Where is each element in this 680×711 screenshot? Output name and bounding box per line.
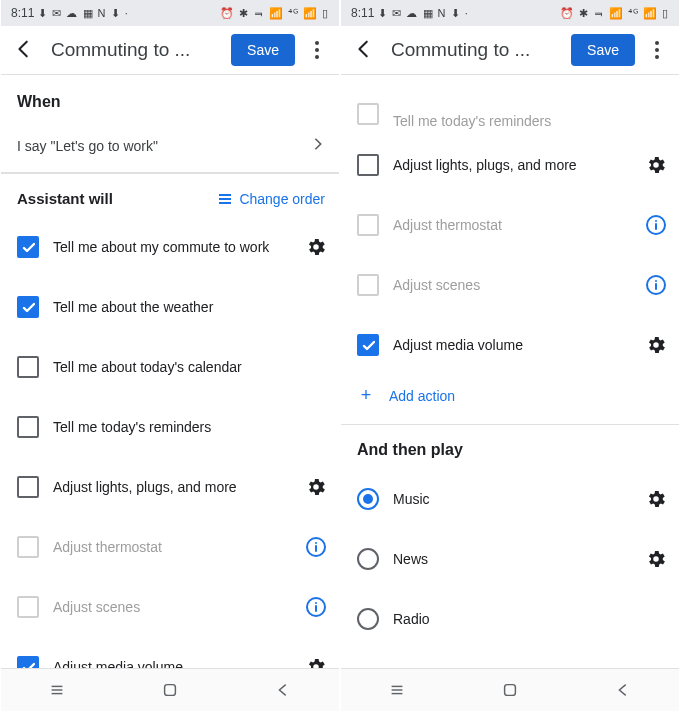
nav-back[interactable] [269, 676, 297, 704]
save-button[interactable]: Save [571, 34, 635, 66]
checkbox-icon[interactable] [357, 334, 379, 356]
action-label: Adjust thermostat [53, 539, 291, 555]
info-icon[interactable] [305, 536, 327, 558]
action-row: Tell me today's reminders [1, 397, 339, 457]
play-option-row: Radio [341, 589, 679, 649]
action-row: Adjust thermostat [341, 195, 679, 255]
checkbox-icon[interactable] [357, 274, 379, 296]
action-row-cut: Tell me today's reminders [341, 75, 679, 135]
android-navbar [1, 668, 339, 711]
info-icon[interactable] [305, 596, 327, 618]
checkbox-icon[interactable] [17, 596, 39, 618]
overflow-menu[interactable] [305, 35, 329, 65]
action-row: Adjust lights, plugs, and more [341, 135, 679, 195]
action-row: Tell me about today's calendar [1, 337, 339, 397]
play-option-label: Music [393, 491, 631, 507]
status-time: 8:11 [351, 6, 374, 20]
status-right-icons: ⏰ ✱ ⫬ 📶 ⁴ᴳ 📶 ▯ [220, 7, 329, 20]
play-option-row: Music [341, 469, 679, 529]
action-label: Tell me today's reminders [53, 419, 327, 435]
page-title: Commuting to ... [51, 39, 221, 61]
status-time: 8:11 [11, 6, 34, 20]
back-button[interactable] [347, 32, 381, 69]
action-label: Tell me about today's calendar [53, 359, 327, 375]
assistant-will-title: Assistant will [17, 190, 113, 207]
trigger-phrase-text: I say "Let's go to work" [17, 138, 158, 154]
status-left-icons: ⬇ ✉ ☁ ▦ N ⬇ · [38, 6, 128, 20]
action-label: Adjust scenes [53, 599, 291, 615]
overflow-menu[interactable] [645, 35, 669, 65]
checkbox-icon[interactable] [17, 476, 39, 498]
status-left-icons: ⬇ ✉ ☁ ▦ N ⬇ · [378, 6, 468, 20]
svg-rect-13 [505, 685, 516, 696]
action-label: Adjust media volume [393, 337, 631, 353]
nav-back[interactable] [609, 676, 637, 704]
svg-rect-9 [165, 685, 176, 696]
nav-recent[interactable] [43, 676, 71, 704]
info-icon[interactable] [645, 274, 667, 296]
radio-icon[interactable] [357, 608, 379, 630]
content-left: When I say "Let's go to work" Assistant … [1, 75, 339, 668]
assistant-will-header: Assistant will Change order [1, 173, 339, 217]
add-action-button[interactable]: + Add action [341, 375, 679, 420]
when-title: When [1, 75, 339, 121]
radio-icon[interactable] [357, 488, 379, 510]
action-row: Tell me about my commute to work [1, 217, 339, 277]
trigger-phrase-row[interactable]: I say "Let's go to work" [1, 121, 339, 173]
action-label: Tell me today's reminders [393, 113, 667, 129]
action-label: Adjust thermostat [393, 217, 631, 233]
nav-home[interactable] [496, 676, 524, 704]
status-bar: 8:11 ⬇ ✉ ☁ ▦ N ⬇ · ⏰ ✱ ⫬ 📶 ⁴ᴳ 📶 ▯ [341, 0, 679, 26]
play-title: And then play [341, 429, 679, 469]
settings-gear-icon[interactable] [645, 154, 667, 176]
play-option-label: Radio [393, 611, 667, 627]
phone-right: 8:11 ⬇ ✉ ☁ ▦ N ⬇ · ⏰ ✱ ⫬ 📶 ⁴ᴳ 📶 ▯ Commut… [340, 0, 680, 711]
settings-gear-icon[interactable] [305, 656, 327, 668]
action-row: Adjust media volume [1, 637, 339, 668]
action-label: Tell me about my commute to work [53, 239, 291, 255]
settings-gear-icon[interactable] [645, 488, 667, 510]
save-button[interactable]: Save [231, 34, 295, 66]
app-bar: Commuting to ... Save [341, 26, 679, 75]
checkbox-icon[interactable] [17, 356, 39, 378]
checkbox-icon[interactable] [357, 214, 379, 236]
chevron-right-icon [311, 137, 325, 154]
status-bar: 8:11 ⬇ ✉ ☁ ▦ N ⬇ · ⏰ ✱ ⫬ 📶 ⁴ᴳ 📶 ▯ [1, 0, 339, 26]
checkbox-icon[interactable] [357, 103, 379, 125]
action-row: Adjust scenes [341, 255, 679, 315]
action-row: Tell me about the weather [1, 277, 339, 337]
checkbox-icon[interactable] [357, 154, 379, 176]
nav-recent[interactable] [383, 676, 411, 704]
play-option-row: Podcasts [341, 649, 679, 668]
add-action-label: Add action [389, 388, 455, 404]
change-order-button[interactable]: Change order [217, 191, 325, 207]
action-label: Adjust media volume [53, 659, 291, 668]
action-label: Adjust lights, plugs, and more [393, 157, 631, 173]
action-row: Adjust media volume [341, 315, 679, 375]
content-right: Tell me today's reminders Adjust lights,… [341, 75, 679, 668]
status-right-icons: ⏰ ✱ ⫬ 📶 ⁴ᴳ 📶 ▯ [560, 7, 669, 20]
checkbox-icon[interactable] [17, 296, 39, 318]
nav-home[interactable] [156, 676, 184, 704]
action-row: Adjust thermostat [1, 517, 339, 577]
settings-gear-icon[interactable] [645, 548, 667, 570]
checkbox-icon[interactable] [17, 536, 39, 558]
checkbox-icon[interactable] [17, 236, 39, 258]
page-title: Commuting to ... [391, 39, 561, 61]
action-label: Adjust lights, plugs, and more [53, 479, 291, 495]
radio-icon[interactable] [357, 548, 379, 570]
info-icon[interactable] [645, 214, 667, 236]
play-option-label: News [393, 551, 631, 567]
plus-icon: + [357, 385, 375, 406]
settings-gear-icon[interactable] [305, 476, 327, 498]
action-row: Adjust lights, plugs, and more [1, 457, 339, 517]
checkbox-icon[interactable] [17, 416, 39, 438]
app-bar: Commuting to ... Save [1, 26, 339, 75]
settings-gear-icon[interactable] [645, 334, 667, 356]
back-button[interactable] [7, 32, 41, 69]
settings-gear-icon[interactable] [305, 236, 327, 258]
action-row: Adjust scenes [1, 577, 339, 637]
android-navbar [341, 668, 679, 711]
change-order-label: Change order [239, 191, 325, 207]
checkbox-icon[interactable] [17, 656, 39, 668]
